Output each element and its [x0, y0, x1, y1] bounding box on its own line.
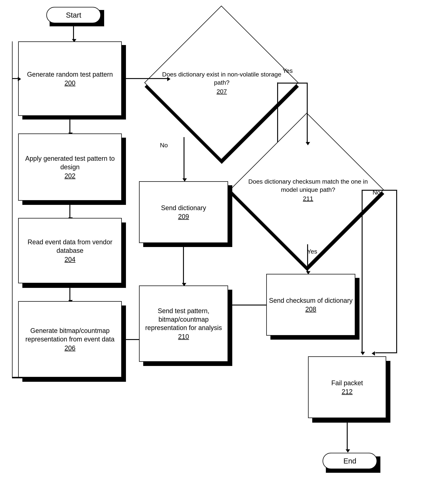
arrow-212-end — [347, 418, 348, 450]
arrowhead-200-207 — [167, 77, 171, 81]
arrow-no-to-212 — [375, 352, 397, 353]
arrow-left-up — [12, 78, 12, 378]
box210-text: Send test pattern, bitmap/countmap repre… — [140, 307, 227, 332]
diamond207-text-container: Does dictionary exist in non-volatile st… — [158, 39, 285, 126]
diamond211-text: Does dictionary checksum match the one i… — [245, 177, 372, 193]
no-label-207: No — [160, 142, 168, 149]
box209-num: 209 — [178, 213, 189, 221]
diamond207-num: 207 — [217, 88, 227, 95]
arrow-bottom — [12, 378, 122, 378]
yes-label-207: Yes — [283, 67, 293, 74]
arrowhead-211-212 — [361, 352, 365, 355]
diamond211-text-container: Does dictionary checksum match the one i… — [245, 145, 372, 234]
box202-text: Apply generated test pattern to design — [19, 154, 121, 171]
arrow-211-no-vert — [396, 190, 397, 353]
box202-num: 202 — [65, 172, 75, 180]
box200-text: Generate random test pattern — [27, 70, 113, 79]
arrow-206-right — [122, 339, 140, 340]
arrow-right-vert — [362, 190, 363, 352]
end-label: End — [343, 457, 356, 465]
arrow-202-204 — [69, 201, 70, 218]
arrow-204-206 — [69, 283, 70, 300]
box210-num: 210 — [178, 333, 189, 341]
box204-text: Read event data from vendor database — [19, 238, 121, 255]
diamond211-num: 211 — [303, 195, 313, 202]
box209-text: Send dictionary — [161, 204, 206, 212]
box-212: Fail packet 212 — [308, 356, 386, 418]
arrowhead-212-end — [346, 449, 350, 453]
arrowhead-207-211 — [306, 142, 310, 145]
arrow-211-no-horizontal — [362, 190, 396, 191]
box-200: Generate random test pattern 200 — [18, 42, 122, 116]
end-node: End — [323, 453, 377, 469]
box-209: Send dictionary 209 — [139, 181, 228, 243]
diamond207-text: Does dictionary exist in non-volatile st… — [158, 70, 285, 86]
box-210: Send test pattern, bitmap/countmap repre… — [139, 286, 228, 362]
arrow-207-yes-down — [277, 83, 278, 142]
arrowhead-no-212 — [372, 351, 375, 356]
box206-text: Generate bitmap/countmap representation … — [19, 327, 121, 344]
box204-num: 204 — [65, 256, 75, 263]
box200-num: 200 — [65, 79, 75, 87]
box212-text: Fail packet — [331, 379, 363, 387]
arrow-200-202 — [69, 116, 70, 133]
arrow-207-no-down — [183, 137, 184, 179]
box206-num: 206 — [65, 344, 75, 352]
box-206: Generate bitmap/countmap representation … — [18, 301, 122, 378]
box-202: Apply generated test pattern to design 2… — [18, 133, 122, 201]
arrowhead-loop-200 — [18, 77, 21, 81]
arrow-210-down — [122, 324, 123, 378]
arrow-207-right — [277, 83, 307, 84]
box208-num: 208 — [305, 306, 316, 313]
arrow-209-210 — [183, 243, 184, 283]
box-204: Read event data from vendor database 204 — [18, 218, 122, 283]
flowchart: Start Generate random test pattern 200 A… — [0, 0, 422, 504]
arrow-start-200 — [73, 23, 74, 40]
box-208: Send checksum of dictionary 208 — [266, 274, 355, 336]
box208-text: Send checksum of dictionary — [269, 296, 353, 305]
yes-label-211: Yes — [307, 248, 317, 255]
box212-num: 212 — [342, 388, 353, 396]
arrow-211-yes-down — [307, 244, 308, 271]
arrow-207-right-down — [307, 83, 308, 143]
start-label: Start — [66, 11, 81, 19]
arrow-200-207 — [122, 78, 168, 79]
start-node: Start — [46, 7, 101, 23]
